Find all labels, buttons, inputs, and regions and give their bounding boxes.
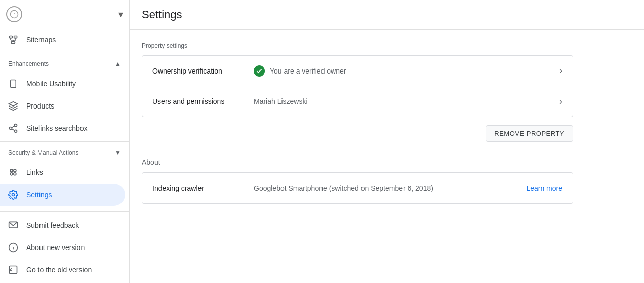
about-label: About (142, 158, 573, 166)
svg-point-19 (14, 173, 16, 175)
svg-point-13 (15, 124, 17, 127)
sidebar-nav: Sitemaps Enhancements ▲ Mobile Usability (0, 28, 129, 211)
sidebar-item-sitemaps[interactable]: Sitemaps (0, 28, 125, 51)
sidebar: ▾ Sitemaps Enhancements ▲ (0, 0, 130, 283)
svg-marker-12 (9, 102, 18, 106)
indexing-crawler-label: Indexing crawler (152, 184, 254, 192)
svg-rect-4 (14, 36, 17, 38)
permissions-chevron-icon: › (559, 96, 562, 107)
svg-point-23 (10, 173, 13, 175)
content-body: Property settings Ownership verification… (130, 30, 585, 224)
sidebar-item-mobile-usability-label: Mobile Usability (26, 80, 76, 88)
security-section-header[interactable]: Security & Manual Actions ▼ (0, 144, 129, 161)
sitemap-icon (8, 34, 18, 45)
divider-3 (0, 208, 129, 208)
svg-point-18 (10, 169, 13, 172)
sidebar-item-links-label: Links (26, 168, 43, 176)
svg-point-26 (12, 194, 15, 196)
enhancements-collapse-icon: ▲ (115, 60, 121, 67)
sidebar-item-links[interactable]: Links (0, 161, 125, 184)
remove-property-button[interactable]: REMOVE PROPERTY (486, 125, 573, 142)
sidebar-item-sitelinks-label: Sitelinks searchbox (26, 124, 88, 132)
divider-2 (0, 142, 129, 142)
sidebar-item-mobile-usability[interactable]: Mobile Usability (0, 73, 125, 95)
svg-rect-3 (10, 36, 13, 38)
settings-icon (8, 190, 18, 200)
svg-point-15 (15, 130, 17, 132)
sidebar-item-sitelinks[interactable]: Sitelinks searchbox (0, 117, 125, 139)
sidebar-item-settings-label: Settings (26, 191, 52, 199)
svg-line-16 (12, 129, 15, 130)
old-version-icon (8, 265, 18, 275)
svg-rect-5 (12, 41, 15, 43)
security-collapse-icon: ▼ (115, 149, 121, 156)
sidebar-item-products[interactable]: Products (0, 95, 125, 117)
property-settings-card: Ownership verification You are a verifie… (142, 55, 573, 117)
indexing-crawler-value: Googlebot Smartphone (switched on Septem… (254, 184, 526, 192)
sidebar-item-products-label: Products (26, 102, 54, 110)
svg-point-14 (10, 127, 12, 130)
links-icon (8, 167, 18, 178)
users-permissions-value: Mariah Liszewski (254, 97, 559, 105)
ownership-verification-row[interactable]: Ownership verification You are a verifie… (142, 56, 573, 86)
sidebar-item-submit-feedback-label: Submit feedback (26, 221, 79, 229)
page-title: Settings (142, 8, 632, 21)
sidebar-item-go-to-old-version-label: Go to the old version (26, 266, 92, 274)
sidebar-header: ▾ (0, 0, 129, 28)
logo-icon[interactable] (6, 6, 22, 22)
ownership-chevron-icon: › (559, 65, 562, 76)
sidebar-bottom: Submit feedback About new version Go to … (0, 211, 129, 283)
main-content: Settings Property settings Ownership ver… (130, 0, 644, 283)
users-permissions-label: Users and permissions (152, 97, 254, 105)
svg-point-20 (14, 169, 16, 172)
property-settings-label: Property settings (142, 42, 573, 49)
ownership-status-text: You are a verified owner (270, 67, 346, 75)
users-permissions-row[interactable]: Users and permissions Mariah Liszewski › (142, 86, 573, 117)
about-card: Indexing crawler Googlebot Smartphone (s… (142, 172, 573, 204)
enhancements-label: Enhancements (8, 60, 49, 67)
learn-more-link[interactable]: Learn more (526, 184, 562, 192)
info-icon (8, 242, 18, 253)
ownership-verification-value: You are a verified owner (254, 65, 559, 77)
feedback-icon (8, 220, 18, 230)
svg-line-17 (12, 126, 15, 127)
sidebar-item-about-new-version[interactable]: About new version (0, 236, 125, 259)
indexing-crawler-row[interactable]: Indexing crawler Googlebot Smartphone (s… (142, 173, 573, 203)
sitelinks-icon (8, 123, 18, 133)
page-header: Settings (130, 0, 644, 30)
enhancements-section-header[interactable]: Enhancements ▲ (0, 55, 129, 73)
verified-check-icon (254, 65, 265, 77)
products-icon (8, 101, 18, 111)
security-label: Security & Manual Actions (8, 149, 78, 156)
svg-rect-10 (11, 80, 16, 88)
svg-rect-31 (10, 266, 17, 274)
sidebar-dropdown-icon[interactable]: ▾ (118, 9, 123, 20)
sidebar-item-submit-feedback[interactable]: Submit feedback (0, 214, 125, 236)
sidebar-item-about-new-version-label: About new version (26, 243, 85, 252)
remove-property-container: REMOVE PROPERTY (142, 125, 573, 154)
sidebar-item-settings[interactable]: Settings (0, 184, 125, 206)
divider-1 (0, 53, 129, 53)
ownership-verification-label: Ownership verification (152, 67, 254, 75)
sidebar-item-sitemaps-label: Sitemaps (26, 36, 56, 44)
sidebar-item-go-to-old-version[interactable]: Go to the old version (0, 259, 125, 281)
mobile-icon (8, 79, 18, 89)
